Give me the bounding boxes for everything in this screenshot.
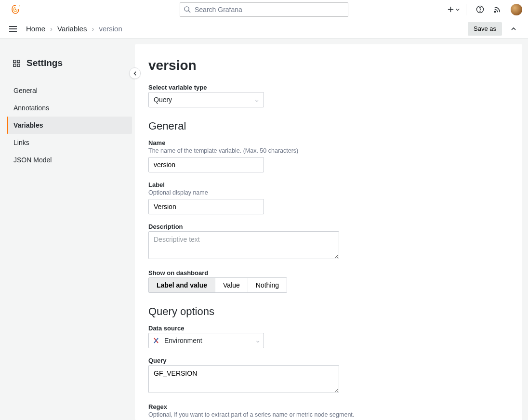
datasource-icon xyxy=(153,337,159,344)
settings-sidebar-title-text: Settings xyxy=(26,58,63,68)
search-icon xyxy=(184,6,191,13)
svg-rect-11 xyxy=(13,60,16,62)
chevron-down-icon: ⌵ xyxy=(256,338,260,344)
show-on-dashboard-group: Label and valueValueNothing xyxy=(148,277,287,293)
settings-sidebar-title: Settings xyxy=(13,58,127,68)
sidebar-item-annotations[interactable]: Annotations xyxy=(7,99,132,117)
breadcrumb-current: version xyxy=(99,25,122,33)
regex-label: Regex xyxy=(148,403,509,410)
label-label: Label xyxy=(148,181,509,188)
breadcrumb-home[interactable]: Home xyxy=(26,25,45,33)
show-option-label-and-value[interactable]: Label and value xyxy=(149,278,215,292)
variable-type-value: Query xyxy=(154,96,172,104)
collapse-toolbar-button[interactable] xyxy=(506,22,521,36)
breadcrumb-bar: Home › Variables › version Save as xyxy=(0,19,528,39)
main-content: version Select variable type Query ⌵ Gen… xyxy=(135,44,522,420)
svg-rect-14 xyxy=(17,64,20,66)
query-textarea[interactable] xyxy=(148,365,339,393)
top-bar xyxy=(0,0,528,19)
sidebar-item-general[interactable]: General xyxy=(7,82,132,99)
show-option-value[interactable]: Value xyxy=(215,278,248,292)
regex-desc: Optional, if you want to extract part of… xyxy=(148,411,509,418)
chevron-left-icon xyxy=(132,71,138,76)
data-source-value: Environment xyxy=(164,337,202,344)
query-options-heading: Query options xyxy=(148,305,509,318)
dashboard-icon xyxy=(13,59,21,67)
name-desc: The name of the template variable. (Max.… xyxy=(148,147,509,154)
name-input[interactable] xyxy=(148,157,264,172)
variable-type-label: Select variable type xyxy=(148,84,509,91)
avatar[interactable] xyxy=(511,4,522,15)
label-input[interactable] xyxy=(148,199,264,214)
sidebar-item-links[interactable]: Links xyxy=(7,134,132,151)
nav-menu-button[interactable] xyxy=(7,23,19,35)
svg-rect-12 xyxy=(17,60,20,62)
search-container xyxy=(180,2,348,17)
search-input[interactable] xyxy=(180,2,348,17)
add-menu[interactable] xyxy=(447,4,466,15)
svg-point-7 xyxy=(494,11,495,12)
breadcrumbs: Home › Variables › version xyxy=(26,25,122,33)
variable-type-select[interactable]: Query ⌵ xyxy=(148,92,264,107)
svg-point-6 xyxy=(479,11,480,12)
description-label: Description xyxy=(148,223,509,230)
collapse-sidebar-button[interactable] xyxy=(129,67,141,79)
help-button[interactable] xyxy=(472,2,488,17)
hamburger-icon xyxy=(8,24,18,34)
name-label: Name xyxy=(148,139,509,146)
label-desc: Optional display name xyxy=(148,189,509,196)
data-source-label: Data source xyxy=(148,325,509,332)
show-option-nothing[interactable]: Nothing xyxy=(248,278,287,292)
show-on-dashboard-label: Show on dashboard xyxy=(148,269,509,276)
svg-point-0 xyxy=(15,8,16,9)
svg-line-2 xyxy=(188,11,190,13)
query-label: Query xyxy=(148,357,509,364)
svg-rect-13 xyxy=(13,64,16,66)
chevron-down-icon: ⌵ xyxy=(255,97,259,103)
page-title: version xyxy=(148,58,509,73)
grafana-logo[interactable] xyxy=(10,4,21,15)
description-textarea[interactable] xyxy=(148,231,339,259)
settings-sidebar: Settings GeneralAnnotationsVariablesLink… xyxy=(0,39,135,420)
breadcrumb-variables[interactable]: Variables xyxy=(57,25,87,33)
sidebar-item-json-model[interactable]: JSON Model xyxy=(7,151,132,169)
sidebar-item-variables[interactable]: Variables xyxy=(7,117,132,134)
general-section-heading: General xyxy=(148,120,509,132)
chevron-up-icon xyxy=(510,26,517,32)
chevron-right-icon: › xyxy=(92,25,94,33)
topbar-right xyxy=(447,2,522,17)
chevron-right-icon: › xyxy=(50,25,53,33)
chevron-down-icon xyxy=(455,7,460,12)
rss-icon xyxy=(493,6,501,13)
help-icon xyxy=(476,5,484,13)
news-button[interactable] xyxy=(489,2,505,17)
save-as-button[interactable]: Save as xyxy=(468,22,502,36)
svg-point-1 xyxy=(185,6,189,11)
data-source-select[interactable]: Environment ⌵ xyxy=(148,333,264,348)
